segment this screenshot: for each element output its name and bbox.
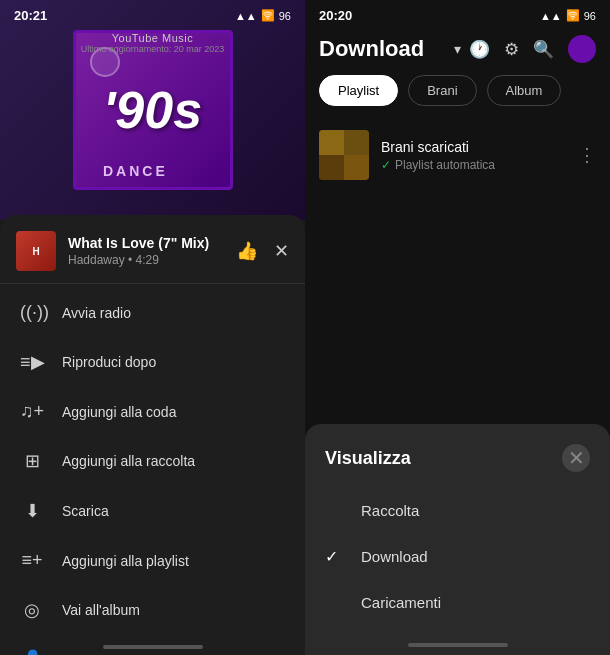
header-action-icons: 🕐 ⚙ 🔍 bbox=[469, 35, 596, 63]
song-bottom-sheet: H What Is Love (7" Mix) Haddaway • 4:29 … bbox=[0, 215, 305, 655]
song-duration: 4:29 bbox=[136, 253, 159, 267]
song-action-buttons: 👍 ✕ bbox=[236, 240, 289, 262]
menu-item-riproduci[interactable]: ≡▶ Riproduci dopo bbox=[0, 337, 305, 387]
song-avatar: H bbox=[16, 231, 56, 271]
song-meta: Haddaway • 4:29 bbox=[68, 253, 236, 267]
menu-label-aggiungi-playlist: Aggiungi alla playlist bbox=[62, 553, 189, 569]
home-indicator-left bbox=[103, 645, 203, 649]
left-status-bar: 20:21 YouTube Music Ultimo aggiornamento… bbox=[0, 0, 305, 31]
wifi-icon: 🛜 bbox=[261, 9, 275, 22]
signal-icon: ▲▲ bbox=[235, 10, 257, 22]
tab-album[interactable]: Album bbox=[487, 75, 562, 106]
song-separator: • bbox=[128, 253, 136, 267]
song-info: What Is Love (7" Mix) Haddaway • 4:29 bbox=[68, 235, 236, 267]
visualizza-title: Visualizza bbox=[325, 448, 411, 469]
more-options-icon[interactable]: ⋮ bbox=[578, 144, 596, 166]
dropdown-arrow-icon[interactable]: ▾ bbox=[454, 41, 461, 57]
home-indicator-right bbox=[408, 643, 508, 647]
vis-label-download: Download bbox=[361, 548, 428, 565]
song-header: H What Is Love (7" Mix) Haddaway • 4:29 … bbox=[0, 215, 305, 284]
thumb-cell-1 bbox=[319, 130, 344, 155]
status-icons: ▲▲ 🛜 96 bbox=[235, 9, 291, 22]
song-title: What Is Love (7" Mix) bbox=[68, 235, 236, 251]
play-next-icon: ≡▶ bbox=[20, 351, 44, 373]
right-header: Download ▾ 🕐 ⚙ 🔍 bbox=[305, 27, 610, 75]
menu-label-aggiungi-raccolta: Aggiungi alla raccolta bbox=[62, 453, 195, 469]
vis-item-raccolta[interactable]: Raccolta bbox=[305, 488, 610, 533]
vis-item-download[interactable]: ✓ Download bbox=[305, 533, 610, 580]
vis-label-caricamenti: Caricamenti bbox=[361, 594, 441, 611]
menu-item-scarica[interactable]: ⬇ Scarica bbox=[0, 486, 305, 536]
menu-item-aggiungi-playlist[interactable]: ≡+ Aggiungi alla playlist bbox=[0, 536, 305, 585]
song-avatar-art: H bbox=[32, 246, 39, 257]
artist-icon: 👤+ bbox=[20, 649, 44, 655]
thumbs-up-icon[interactable]: 👍 bbox=[236, 240, 258, 262]
menu-item-avvia-radio[interactable]: ((·)) Avvia radio bbox=[0, 288, 305, 337]
album-text-dance: DANCE bbox=[103, 163, 168, 179]
yt-update-label: Ultimo aggiornamento: 20 mar 2023 bbox=[81, 44, 225, 54]
settings-icon[interactable]: ⚙ bbox=[504, 39, 519, 60]
playlist-thumbnail bbox=[319, 130, 369, 180]
playlist-subtitle-row: ✓ Playlist automatica bbox=[381, 158, 566, 172]
tab-playlist[interactable]: Playlist bbox=[319, 75, 398, 106]
playlist-thumb-art bbox=[319, 130, 369, 180]
vis-item-caricamenti[interactable]: Caricamenti bbox=[305, 580, 610, 625]
right-status-icons: ▲▲ 🛜 96 bbox=[540, 9, 596, 22]
menu-item-aggiungi-raccolta[interactable]: ⊞ Aggiungi alla raccolta bbox=[0, 436, 305, 486]
context-menu-list: ((·)) Avvia radio ≡▶ Riproduci dopo ♫+ A… bbox=[0, 284, 305, 655]
vis-label-raccolta: Raccolta bbox=[361, 502, 419, 519]
right-signal-icon: ▲▲ bbox=[540, 10, 562, 22]
left-panel: '90s DANCE 20:21 YouTube Music Ultimo ag… bbox=[0, 0, 305, 655]
download-icon: ⬇ bbox=[20, 500, 44, 522]
menu-item-aggiungi-coda[interactable]: ♫+ Aggiungi alla coda bbox=[0, 387, 305, 436]
add-playlist-icon: ≡+ bbox=[20, 550, 44, 571]
yt-music-header: YouTube Music Ultimo aggiornamento: 20 m… bbox=[0, 24, 305, 54]
tabs-row: Playlist Brani Album bbox=[305, 75, 610, 118]
right-panel: 20:20 ▲▲ 🛜 96 Download ▾ 🕐 ⚙ 🔍 Playlist … bbox=[305, 0, 610, 655]
album-text-90s: '90s bbox=[103, 84, 202, 136]
thumb-cell-3 bbox=[319, 155, 344, 180]
radio-icon: ((·)) bbox=[20, 302, 44, 323]
playlist-info: Brani scaricati ✓ Playlist automatica bbox=[381, 139, 566, 172]
album-art: '90s DANCE bbox=[73, 30, 233, 190]
yt-brand-label: YouTube Music bbox=[112, 32, 194, 44]
profile-avatar[interactable] bbox=[568, 35, 596, 63]
menu-label-avvia-radio: Avvia radio bbox=[62, 305, 131, 321]
song-artist: Haddaway bbox=[68, 253, 125, 267]
right-battery-icon: 96 bbox=[584, 10, 596, 22]
visualizza-header: Visualizza ✕ bbox=[305, 444, 610, 488]
playlist-name: Brani scaricati bbox=[381, 139, 566, 155]
right-wifi-icon: 🛜 bbox=[566, 9, 580, 22]
visualizza-sheet: Visualizza ✕ Raccolta ✓ Download Caricam… bbox=[305, 424, 610, 655]
close-icon[interactable]: ✕ bbox=[274, 240, 289, 262]
add-library-icon: ⊞ bbox=[20, 450, 44, 472]
menu-label-scarica: Scarica bbox=[62, 503, 109, 519]
menu-label-vai-album: Vai all'album bbox=[62, 602, 140, 618]
battery-icon: 96 bbox=[279, 10, 291, 22]
tab-brani[interactable]: Brani bbox=[408, 75, 476, 106]
menu-label-riproduci: Riproduci dopo bbox=[62, 354, 156, 370]
thumb-cell-4 bbox=[344, 155, 369, 180]
thumb-cell-2 bbox=[344, 130, 369, 155]
close-visualizza-button[interactable]: ✕ bbox=[562, 444, 590, 472]
left-time: 20:21 bbox=[14, 8, 47, 23]
right-status-bar: 20:20 ▲▲ 🛜 96 bbox=[305, 0, 610, 27]
verified-check-icon: ✓ bbox=[381, 158, 391, 172]
album-icon: ◎ bbox=[20, 599, 44, 621]
playlist-subtitle: Playlist automatica bbox=[395, 158, 495, 172]
search-icon[interactable]: 🔍 bbox=[533, 39, 554, 60]
page-title: Download bbox=[319, 36, 446, 62]
history-icon[interactable]: 🕐 bbox=[469, 39, 490, 60]
menu-item-vai-album[interactable]: ◎ Vai all'album bbox=[0, 585, 305, 635]
menu-label-aggiungi-coda: Aggiungi alla coda bbox=[62, 404, 176, 420]
right-time: 20:20 bbox=[319, 8, 352, 23]
download-check-icon: ✓ bbox=[325, 547, 345, 566]
add-queue-icon: ♫+ bbox=[20, 401, 44, 422]
playlist-item[interactable]: Brani scaricati ✓ Playlist automatica ⋮ bbox=[305, 118, 610, 192]
